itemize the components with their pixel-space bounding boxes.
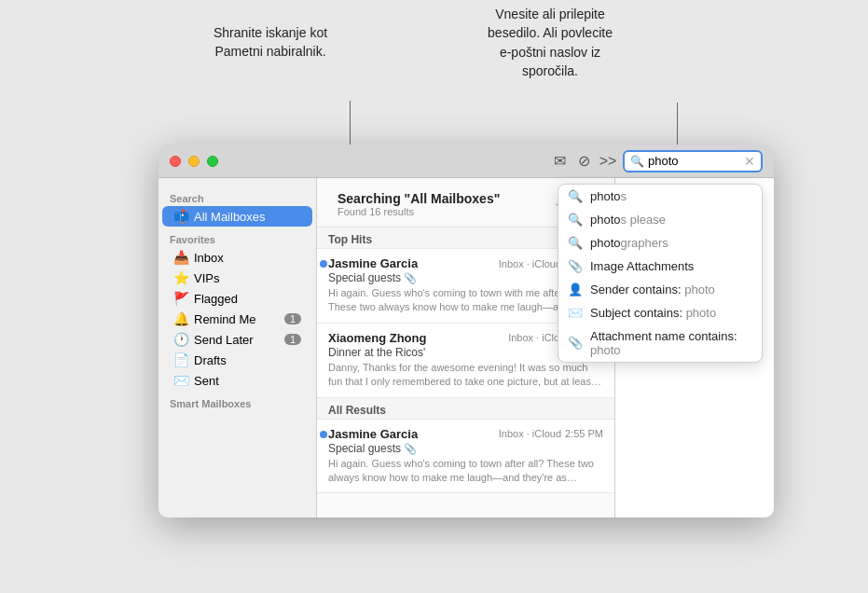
remind-badge: 1: [284, 313, 301, 324]
sidebar-item-vips[interactable]: ⭐ VIPs: [162, 268, 312, 288]
search-suggestion-icon: 🔍: [568, 213, 583, 227]
sidebar-item-drafts[interactable]: 📄 Drafts: [162, 350, 312, 370]
sidebar-favorites-label: Favorites: [158, 227, 316, 247]
unread-indicator: [320, 431, 327, 438]
suggestion-item[interactable]: 🔍 photographers: [558, 231, 762, 255]
mail-time: 2:55 PM: [565, 428, 603, 439]
sidebar-search-label: Search: [158, 186, 316, 206]
sidebar-item-remind-me[interactable]: 🔔 Remind Me 1: [162, 309, 312, 329]
suggestion-text: Sender contains: photo: [590, 283, 715, 296]
search-bar[interactable]: 🔍 ✕: [623, 150, 763, 172]
sidebar-item-label: Flagged: [194, 292, 238, 306]
mail-preview: Danny, Thanks for the awesome evening! I…: [328, 361, 603, 390]
attachment-icon: 📎: [568, 259, 583, 273]
suggestion-sender-contains[interactable]: 👤 Sender contains: photo: [558, 278, 762, 301]
sidebar-item-label: Inbox: [194, 251, 224, 265]
mail-list-subtitle: Found 16 results: [338, 206, 500, 217]
minimize-button[interactable]: [188, 156, 200, 167]
sidebar-item-label: VIPs: [194, 271, 219, 285]
mail-sender: Xiaomeng Zhong: [328, 331, 426, 345]
suggestion-item[interactable]: 🔍 photos please: [558, 208, 762, 231]
sidebar-item-label: All Mailboxes: [194, 210, 266, 224]
search-wrapper: 🔍 ✕ 🔍 photos 🔍 photos please 🔍: [623, 150, 763, 172]
search-suggestion-icon: 🔍: [568, 236, 583, 250]
annotation-paste-text: Vnesite ali prilepite besedilo. Ali povl…: [448, 5, 653, 80]
sidebar-item-send-later[interactable]: 🕐 Send Later 1: [162, 329, 312, 350]
more-icon[interactable]: >>: [599, 152, 617, 171]
sidebar-item-label: Sent: [194, 374, 219, 388]
mailbox-icon: 📫: [173, 209, 188, 224]
callout-line-1: [350, 101, 351, 147]
mail-meta: Inbox · iCloud 2:55 PM: [499, 428, 603, 439]
filter-icon[interactable]: ⊘: [574, 152, 593, 171]
suggestion-text: Attachment name contains: photo: [590, 329, 752, 357]
sidebar-item-label: Remind Me: [194, 312, 255, 326]
mail-preview: Hi again. Guess who's coming to town aft…: [328, 457, 603, 486]
suggestion-item[interactable]: 🔍 photos: [558, 185, 762, 208]
title-bar: ✉ ⊘ >> 🔍 ✕ 🔍 photos 🔍 photos p: [158, 145, 774, 178]
remind-icon: 🔔: [173, 311, 188, 326]
mail-mailbox: Inbox · iCloud: [499, 258, 561, 269]
suggestion-text: photos: [590, 189, 627, 203]
sidebar-smart-mailboxes-label: Smart Mailboxes: [158, 391, 316, 411]
drafts-icon: 📄: [173, 352, 188, 367]
sent-icon: ✉️: [173, 373, 188, 388]
mail-item[interactable]: Jasmine Garcia Inbox · iCloud 2:55 PM Sp…: [317, 420, 614, 494]
suggestion-subject-contains[interactable]: ✉️ Subject contains: photo: [558, 301, 762, 324]
search-suggestion-icon: 🔍: [568, 189, 583, 203]
callout-line-2: [677, 103, 678, 145]
sidebar-item-label: Send Later: [194, 333, 254, 347]
search-input[interactable]: [648, 154, 740, 168]
clear-search-icon[interactable]: ✕: [744, 154, 755, 169]
suggestion-dropdown: 🔍 photos 🔍 photos please 🔍 photographers…: [558, 184, 763, 363]
vip-icon: ⭐: [173, 270, 188, 285]
sidebar-item-inbox[interactable]: 📥 Inbox: [162, 247, 312, 268]
inbox-icon: 📥: [173, 250, 188, 265]
suggestion-image-attachments[interactable]: 📎 Image Attachments: [558, 255, 762, 278]
person-icon: 👤: [568, 283, 583, 296]
sidebar-item-sent[interactable]: ✉️ Sent: [162, 370, 312, 391]
attachment-indicator: 📎: [404, 272, 417, 283]
unread-indicator: [320, 260, 327, 268]
send-later-icon: 🕐: [173, 332, 188, 347]
suggestion-text: Subject contains: photo: [590, 306, 716, 320]
sidebar-item-label: Drafts: [194, 353, 227, 367]
send-later-badge: 1: [284, 334, 301, 345]
sidebar-item-all-mailboxes[interactable]: 📫 All Mailboxes: [162, 206, 312, 227]
mail-item-top: Jasmine Garcia Inbox · iCloud 2:55 PM: [328, 427, 603, 441]
toolbar: ✉ ⊘ >> 🔍 ✕ 🔍 photos 🔍 photos p: [550, 150, 763, 172]
annotation-save-search: Shranite iskanje kot Pametni nabiralnik.: [186, 23, 354, 62]
sidebar-item-flagged[interactable]: 🚩 Flagged: [162, 288, 312, 309]
mail-sender: Jasmine Garcia: [328, 427, 418, 441]
mail-mailbox: Inbox · iCloud: [499, 428, 561, 439]
suggestion-text: photos please: [590, 213, 666, 227]
suggestion-attachment-name[interactable]: 📎 Attachment name contains: photo: [558, 324, 762, 362]
maximize-button[interactable]: [207, 156, 218, 167]
all-results-section-header: All Results: [317, 398, 614, 420]
sidebar: Search 📫 All Mailboxes Favorites 📥 Inbox…: [158, 178, 317, 517]
mail-sender: Jasmine Garcia: [328, 256, 418, 270]
suggestion-text: photographers: [590, 236, 668, 250]
flag-icon: 🚩: [173, 291, 188, 306]
search-icon: 🔍: [630, 155, 644, 168]
envelope-icon: ✉️: [568, 306, 583, 320]
mail-list-title: Searching "All Mailboxes": [338, 191, 500, 206]
compose-icon[interactable]: ✉: [550, 152, 569, 171]
attachment-indicator: 📎: [404, 443, 417, 454]
suggestion-text: Image Attachments: [590, 259, 694, 273]
mail-subject: Special guests 📎: [328, 442, 603, 455]
attachment-name-icon: 📎: [568, 336, 583, 350]
traffic-lights: [170, 156, 218, 167]
app-window: ✉ ⊘ >> 🔍 ✕ 🔍 photos 🔍 photos p: [158, 145, 774, 517]
close-button[interactable]: [170, 156, 181, 167]
